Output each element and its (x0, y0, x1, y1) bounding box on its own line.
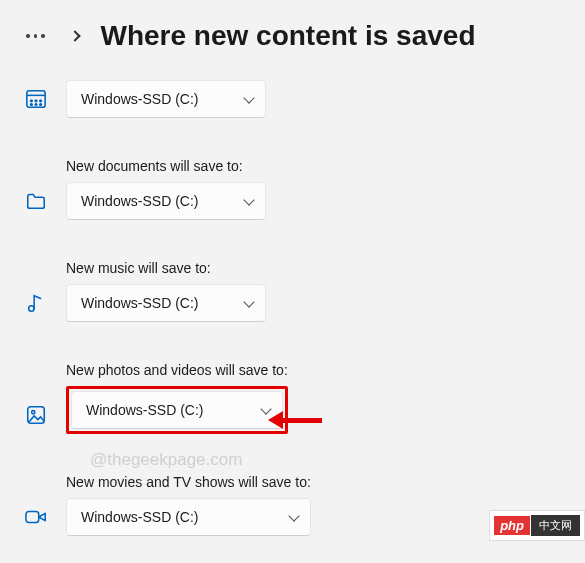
svg-point-8 (29, 306, 35, 312)
apps-icon (24, 80, 48, 118)
svg-rect-11 (26, 512, 39, 523)
svg-point-2 (31, 100, 33, 102)
chevron-down-icon (243, 194, 254, 205)
svg-point-7 (40, 104, 42, 106)
highlight-annotation: Windows-SSD (C:) (66, 386, 288, 434)
movies-icon (24, 498, 48, 536)
photos-label: New photos and videos will save to: (66, 362, 288, 378)
documents-icon (24, 182, 48, 220)
svg-point-6 (35, 104, 37, 106)
chevron-down-icon (243, 92, 254, 103)
photos-icon (24, 396, 48, 434)
breadcrumb-chevron-icon (67, 32, 83, 40)
more-options-icon[interactable] (22, 30, 49, 42)
music-label: New music will save to: (66, 260, 266, 276)
badge-right: 中文网 (531, 515, 580, 536)
svg-point-4 (40, 100, 42, 102)
apps-location-dropdown[interactable]: Windows-SSD (C:) (66, 80, 266, 118)
svg-point-5 (31, 104, 33, 106)
documents-location-dropdown[interactable]: Windows-SSD (C:) (66, 182, 266, 220)
watermark-text: @thegeekpage.com (90, 450, 242, 470)
dropdown-value: Windows-SSD (C:) (81, 193, 227, 209)
source-badge: php 中文网 (489, 510, 585, 541)
dropdown-value: Windows-SSD (C:) (86, 402, 244, 418)
chevron-down-icon (288, 510, 299, 521)
chevron-down-icon (243, 296, 254, 307)
music-location-dropdown[interactable]: Windows-SSD (C:) (66, 284, 266, 322)
dropdown-value: Windows-SSD (C:) (81, 295, 227, 311)
movies-location-dropdown[interactable]: Windows-SSD (C:) (66, 498, 311, 536)
documents-label: New documents will save to: (66, 158, 266, 174)
svg-point-10 (32, 411, 35, 414)
dropdown-value: Windows-SSD (C:) (81, 91, 227, 107)
page-title: Where new content is saved (101, 20, 476, 52)
arrow-annotation (280, 418, 322, 423)
music-icon (24, 284, 48, 322)
movies-label: New movies and TV shows will save to: (66, 474, 311, 490)
svg-point-3 (35, 100, 37, 102)
badge-left: php (494, 516, 530, 535)
dropdown-value: Windows-SSD (C:) (81, 509, 272, 525)
photos-location-dropdown[interactable]: Windows-SSD (C:) (71, 391, 283, 429)
